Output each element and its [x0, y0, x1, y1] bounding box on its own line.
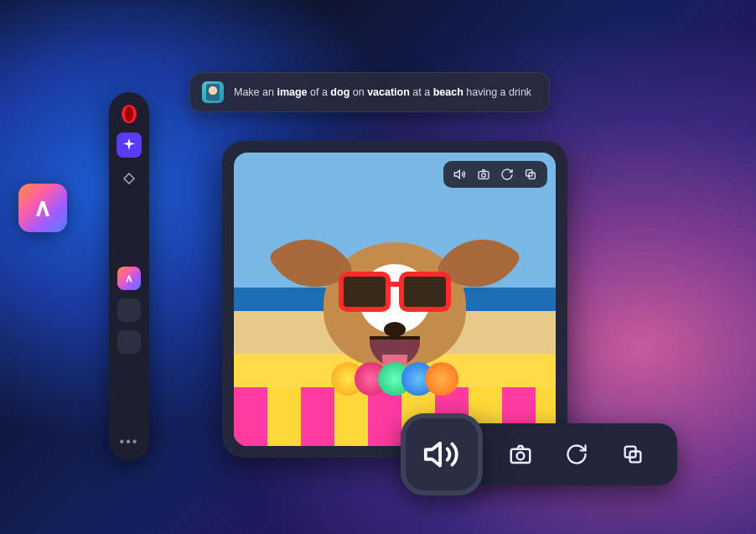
action-bar — [401, 417, 677, 491]
audio-icon — [453, 168, 467, 181]
svg-point-1 — [125, 106, 133, 122]
aria-chip[interactable] — [117, 267, 141, 290]
camera-button[interactable] — [475, 166, 492, 183]
refresh-action-button[interactable] — [562, 440, 591, 469]
audio-icon — [422, 435, 461, 474]
copy-button[interactable] — [522, 166, 539, 183]
svg-rect-6 — [511, 449, 531, 463]
opera-logo-icon — [119, 104, 139, 124]
sidebar-more-button[interactable]: ••• — [120, 434, 139, 449]
svg-point-3 — [482, 174, 486, 178]
copy-icon — [524, 168, 537, 181]
refresh-button[interactable] — [499, 166, 515, 183]
sidebar-empty-slot[interactable] — [117, 298, 141, 322]
generated-image[interactable] — [234, 153, 556, 446]
sparkle-icon — [122, 138, 136, 152]
svg-point-7 — [517, 453, 525, 460]
aria-app-launcher[interactable] — [18, 184, 67, 232]
sidebar-empty-slot[interactable] — [117, 330, 141, 354]
aria-logo-icon — [29, 194, 56, 221]
user-avatar — [202, 81, 224, 103]
prompt-text: Make an image of a dog on vacation at a … — [234, 86, 531, 98]
camera-icon — [477, 168, 490, 181]
audio-button[interactable] — [452, 166, 469, 183]
prompt-bar[interactable]: Make an image of a dog on vacation at a … — [189, 72, 550, 112]
camera-action-button[interactable] — [506, 440, 535, 469]
refresh-icon — [565, 443, 588, 466]
image-toolbar — [443, 161, 547, 188]
sidebar: ••• — [109, 92, 149, 461]
svg-rect-2 — [479, 172, 489, 179]
generated-image-card — [222, 141, 567, 458]
camera-icon — [508, 442, 533, 467]
copy-action-button[interactable] — [619, 440, 647, 469]
copy-icon — [621, 443, 645, 466]
sparkle-button[interactable] — [117, 132, 142, 158]
diamond-icon — [123, 173, 135, 184]
diamond-button[interactable] — [117, 166, 142, 191]
audio-action-button[interactable] — [401, 413, 483, 495]
refresh-icon — [500, 168, 514, 181]
